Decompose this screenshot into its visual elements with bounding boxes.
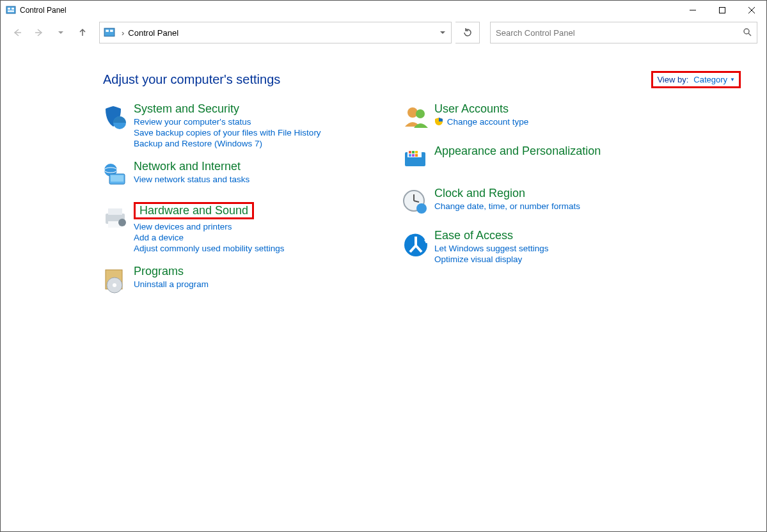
disc-box-icon [97, 265, 134, 295]
category-programs: Programs Uninstall a program [97, 265, 372, 295]
svg-rect-19 [111, 175, 123, 182]
category-link[interactable]: View devices and printers [134, 222, 285, 231]
right-column: User Accounts Change account type Appear… [397, 102, 672, 307]
people-icon [397, 102, 434, 133]
svg-point-13 [744, 29, 749, 34]
svg-rect-21 [108, 208, 122, 215]
category-link[interactable]: Optimize visual display [434, 254, 549, 264]
svg-line-14 [748, 33, 751, 36]
svg-point-28 [416, 109, 425, 118]
category-link[interactable]: Let Windows suggest settings [434, 244, 549, 253]
category-title[interactable]: User Accounts [434, 102, 528, 116]
toolbar: › Control Panel [1, 20, 766, 45]
category-link[interactable]: Uninstall a program [134, 279, 209, 289]
page-heading: Adjust your computer's settings [103, 72, 280, 87]
category-link[interactable]: Change account type [434, 117, 528, 128]
view-by-value: Category [693, 75, 727, 84]
category-appearance-personalization: Appearance and Personalization [397, 145, 672, 175]
svg-rect-5 [720, 8, 725, 13]
titlebar: Control Panel [1, 1, 766, 20]
category-title[interactable]: Network and Internet [134, 160, 249, 173]
search-box[interactable] [490, 22, 757, 43]
svg-rect-32 [412, 151, 415, 153]
category-network-internet: Network and Internet View network status… [97, 160, 372, 191]
address-bar[interactable]: › Control Panel [99, 22, 452, 43]
svg-point-23 [118, 219, 126, 226]
svg-rect-12 [110, 30, 113, 32]
back-button[interactable] [8, 24, 26, 42]
left-column: System and Security Review your computer… [97, 102, 372, 307]
window-title: Control Panel [20, 6, 67, 15]
window: Control Panel › Control Panel Adjust y [0, 0, 767, 532]
svg-rect-11 [106, 30, 109, 32]
view-by-selector[interactable]: View by: Category ▼ [651, 71, 741, 88]
category-columns: System and Security Review your computer… [97, 102, 741, 307]
svg-rect-1 [8, 8, 10, 10]
header-row: Adjust your computer's settings View by:… [103, 71, 741, 88]
printer-icon [97, 202, 134, 253]
recent-locations-button[interactable] [52, 24, 70, 42]
svg-rect-33 [415, 151, 418, 153]
minimize-button[interactable] [678, 1, 708, 20]
svg-rect-34 [409, 154, 411, 157]
category-link[interactable]: Add a device [134, 233, 285, 242]
svg-rect-3 [8, 10, 14, 12]
control-panel-icon [104, 27, 115, 38]
search-input[interactable] [496, 28, 743, 38]
maximize-button[interactable] [708, 1, 737, 20]
svg-point-40 [416, 203, 427, 214]
category-title[interactable]: Ease of Access [434, 229, 549, 242]
svg-point-26 [113, 283, 116, 287]
category-link[interactable]: View network status and tasks [134, 175, 249, 184]
svg-rect-0 [6, 6, 15, 13]
category-link[interactable]: Change date, time, or number formats [434, 201, 580, 211]
category-user-accounts: User Accounts Change account type [397, 102, 672, 133]
ease-of-access-icon [397, 229, 434, 264]
monitor-colors-icon [397, 145, 434, 175]
view-by-label: View by: [657, 75, 688, 84]
up-button[interactable] [74, 24, 91, 42]
category-title[interactable]: Appearance and Personalization [434, 145, 601, 158]
globe-monitor-icon [97, 160, 134, 191]
category-system-security: System and Security Review your computer… [97, 102, 372, 148]
svg-rect-10 [104, 28, 115, 36]
breadcrumb-item[interactable]: Control Panel [128, 28, 178, 38]
category-title[interactable]: Clock and Region [434, 187, 580, 200]
forward-button[interactable] [30, 24, 48, 42]
address-dropdown[interactable] [434, 22, 451, 43]
category-title[interactable]: System and Security [134, 102, 321, 116]
content-area: Adjust your computer's settings View by:… [1, 45, 766, 531]
close-button[interactable] [737, 1, 766, 20]
category-title[interactable]: Programs [134, 265, 209, 278]
category-link[interactable]: Save backup copies of your files with Fi… [134, 128, 321, 137]
uac-shield-icon [434, 117, 443, 128]
breadcrumb-separator: › [122, 28, 124, 38]
category-ease-of-access: Ease of Access Let Windows suggest setti… [397, 229, 672, 264]
category-clock-region: Clock and Region Change date, time, or n… [397, 187, 672, 217]
svg-rect-36 [415, 154, 418, 157]
category-title[interactable]: Hardware and Sound [134, 202, 254, 219]
search-icon [743, 27, 752, 38]
category-hardware-sound: Hardware and Sound View devices and prin… [97, 202, 372, 253]
clock-globe-icon [397, 187, 434, 217]
control-panel-icon [6, 5, 16, 15]
category-link[interactable]: Backup and Restore (Windows 7) [134, 139, 321, 148]
category-link[interactable]: Review your computer's status [134, 117, 321, 127]
svg-rect-2 [12, 8, 14, 10]
refresh-button[interactable] [455, 22, 480, 43]
category-link[interactable]: Adjust commonly used mobility settings [134, 244, 285, 253]
dropdown-arrow-icon: ▼ [730, 77, 735, 82]
svg-rect-35 [412, 154, 415, 157]
shield-globe-icon [97, 102, 134, 148]
svg-rect-31 [409, 151, 411, 153]
category-link-text: Change account type [447, 117, 529, 127]
